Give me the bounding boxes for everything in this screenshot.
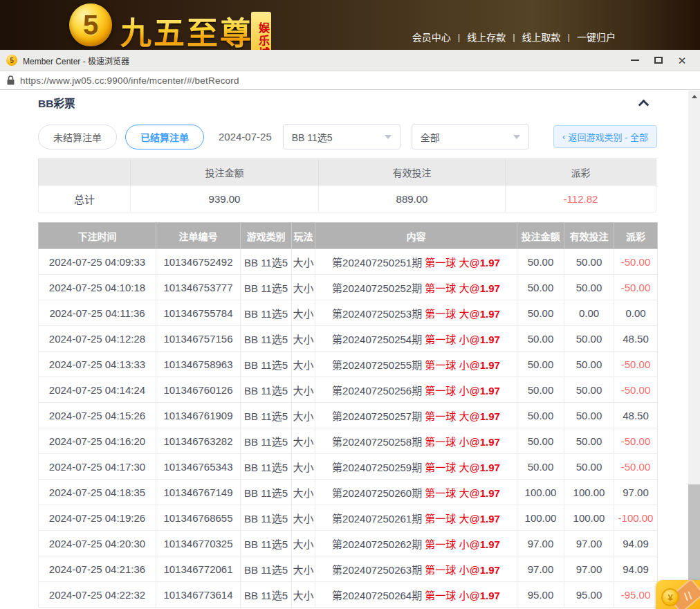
bet-amount-cell: 100.00 (517, 505, 564, 531)
order-id-cell: 101346772061 (156, 556, 241, 582)
valid-bet-cell: 97.00 (564, 531, 614, 556)
floating-promo-button[interactable]: ¥ (656, 580, 700, 609)
table-row: 2024-07-25 04:19:26101346768655BB 11选5大小… (39, 505, 658, 531)
play-type-cell: 大小 (292, 249, 315, 275)
pick-text: 第一球 小@1.97 (425, 564, 500, 576)
game-type-cell: BB 11选5 (241, 531, 292, 556)
bet-header-cell: 投注金额 (517, 223, 564, 249)
game-type-cell: BB 11选5 (241, 275, 292, 300)
nav-link-4[interactable]: 一键归户 (577, 30, 616, 44)
date-label: 2024-07-25 (219, 131, 272, 143)
table-row: 2024-07-25 04:14:24101346760126BB 11选5大小… (39, 377, 658, 403)
game-type-cell: BB 11选5 (241, 582, 292, 608)
payout-cell: -50.00 (614, 249, 658, 275)
pick-text: 第一球 大@1.97 (425, 282, 500, 294)
order-id-cell: 101346763282 (156, 428, 241, 454)
pick-text: 第一球 小@1.97 (425, 436, 500, 448)
table-row: 2024-07-25 04:13:33101346758963BB 11选5大小… (39, 352, 658, 377)
chevron-down-icon (385, 135, 392, 139)
close-button[interactable]: ✕ (670, 51, 694, 71)
play-type-cell: 大小 (292, 300, 315, 326)
game-type-cell: BB 11选5 (241, 352, 292, 377)
content-cell: 第202407250262期 第一球 小@1.97 (315, 531, 517, 556)
content-cell: 第202407250260期 第一球 大@1.97 (315, 480, 517, 505)
collapse-chevron-up-icon[interactable] (638, 99, 650, 110)
content-cell: 第202407250258期 第一球 小@1.97 (315, 428, 517, 454)
bet-amount-cell: 97.00 (517, 556, 564, 582)
bet-time-cell: 2024-07-25 04:17:30 (39, 454, 156, 480)
play-type-cell: 大小 (292, 275, 315, 300)
scroll-up-arrow[interactable] (688, 91, 700, 102)
window-title: Member Center - 极速浏览器 (23, 55, 129, 66)
bet-time-cell: 2024-07-25 04:16:20 (39, 428, 156, 454)
vertical-scrollbar[interactable] (688, 91, 700, 609)
page-content: BB彩票 未结算注单 已结算注单 2024-07-25 BB 11选5 全部 ‹… (0, 91, 700, 609)
content-cell: 第202407250254期 第一球 小@1.97 (315, 326, 517, 352)
play-type-cell: 大小 (292, 480, 315, 505)
table-row: 2024-07-25 04:18:35101346767149BB 11选5大小… (39, 480, 658, 505)
table-row: 2024-07-25 04:10:18101346753777BB 11选5大小… (39, 275, 658, 300)
table-row: 2024-07-25 04:09:33101346752492BB 11选5大小… (39, 249, 658, 275)
summary-table: 投注金额有效投注派彩 总计 939.00 889.00 -112.82 (38, 158, 656, 212)
bet-record-table: 下注时间注单编号游戏类别玩法内容投注金额有效投注派彩 2024-07-25 04… (38, 222, 658, 608)
game-select[interactable]: BB 11选5 (283, 124, 400, 149)
content-cell: 第202407250256期 第一球 小@1.97 (315, 377, 517, 403)
table-row: 2024-07-25 04:21:36101346772061BB 11选5大小… (39, 556, 658, 582)
play-type-cell: 大小 (292, 531, 315, 556)
play-type-cell: 大小 (292, 556, 315, 582)
close-icon: ✕ (678, 55, 687, 66)
content-cell: 第202407250259期 第一球 大@1.97 (315, 454, 517, 480)
valid-bet-cell: 50.00 (564, 428, 614, 454)
content-cell: 第202407250263期 第一球 小@1.97 (315, 556, 517, 582)
table-row: 2024-07-25 04:20:30101346770325BB 11选5大小… (39, 531, 658, 556)
nav-separator: | (458, 32, 460, 42)
table-row: 2024-07-25 04:11:36101346755784BB 11选5大小… (39, 300, 658, 326)
play-type-cell: 大小 (292, 403, 315, 428)
valid-bet-cell: 50.00 (564, 454, 614, 480)
bet-header-cell: 注单编号 (156, 223, 241, 249)
bet-amount-cell: 97.00 (517, 531, 564, 556)
tab-unsettled-bets[interactable]: 未结算注单 (38, 125, 117, 149)
summary-header-cell: 派彩 (506, 159, 656, 185)
scrollbar-thumb[interactable] (688, 484, 700, 581)
address-bar[interactable]: https://www.jw05.cc:9900/infe/mcenter/#/… (0, 71, 700, 90)
content-cell: 第202407250264期 第一球 小@1.97 (315, 582, 517, 608)
back-to-game-category-button[interactable]: ‹ 返回游戏类别 - 全部 (553, 125, 657, 148)
valid-bet-cell: 50.00 (564, 403, 614, 428)
browser-titlebar: 5 Member Center - 极速浏览器 ✕ (0, 50, 700, 71)
game-type-cell: BB 11选5 (241, 454, 292, 480)
nav-separator: | (568, 32, 570, 42)
bet-header-cell: 下注时间 (39, 223, 156, 249)
play-type-cell: 大小 (292, 582, 315, 608)
browser-window: 5 九五至尊 娱乐城 会员中心|线上存款|线上取款|一键归户 5 Member … (0, 0, 700, 609)
order-id-cell: 101346761909 (156, 403, 241, 428)
bet-time-cell: 2024-07-25 04:19:26 (39, 505, 156, 531)
panel-title: BB彩票 (38, 95, 75, 110)
coin-icon: ¥ (661, 588, 679, 606)
table-row: 2024-07-25 04:22:32101346773614BB 11选5大小… (39, 582, 658, 608)
payout-cell: 97.00 (614, 480, 658, 505)
order-id-cell: 101346760126 (156, 377, 241, 403)
nav-link-3[interactable]: 线上取款 (522, 30, 561, 44)
filter-row: 未结算注单 已结算注单 2024-07-25 BB 11选5 全部 ‹ 返回游戏… (38, 124, 657, 149)
scope-select[interactable]: 全部 (412, 124, 529, 149)
bet-amount-cell: 50.00 (517, 403, 564, 428)
valid-bet-cell: 95.00 (564, 582, 614, 608)
nav-link-2[interactable]: 线上存款 (467, 30, 506, 44)
content-cell: 第202407250252期 第一球 大@1.97 (315, 275, 517, 300)
payout-cell: 94.09 (614, 556, 658, 582)
pick-text: 第一球 小@1.97 (425, 385, 500, 397)
pick-text: 第一球 小@1.97 (425, 334, 500, 345)
game-type-cell: BB 11选5 (241, 249, 292, 275)
nav-link-1[interactable]: 会员中心 (412, 30, 451, 44)
order-id-cell: 101346773614 (156, 582, 241, 608)
table-row: 2024-07-25 04:15:26101346761909BB 11选5大小… (39, 403, 658, 428)
table-row: 2024-07-25 04:17:30101346765343BB 11选5大小… (39, 454, 658, 480)
game-select-value: BB 11选5 (292, 130, 333, 144)
tab-settled-bets[interactable]: 已结算注单 (125, 125, 204, 149)
content-cell: 第202407250251期 第一球 大@1.97 (315, 249, 517, 275)
order-id-cell: 101346753777 (156, 275, 241, 300)
order-id-cell: 101346770325 (156, 531, 241, 556)
minimize-button[interactable] (623, 51, 647, 71)
maximize-button[interactable] (647, 51, 670, 71)
